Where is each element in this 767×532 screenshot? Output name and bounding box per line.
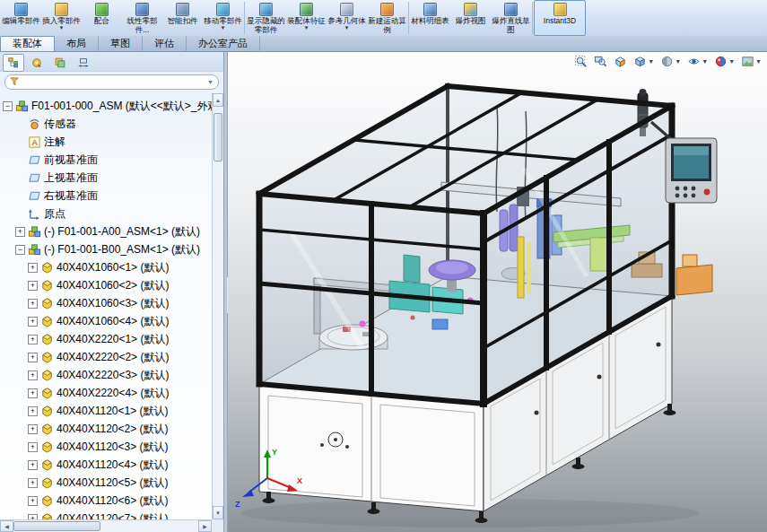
tree-item[interactable]: −F01-001-000_ASM (默认<<默认>_外观 xyxy=(0,97,212,115)
chevron-down-icon[interactable]: ▼ xyxy=(207,79,214,85)
ribbon-button-instant3d[interactable]: Instant3D xyxy=(534,0,586,36)
tree-expander[interactable]: + xyxy=(28,424,38,434)
tree-item[interactable]: A注解 xyxy=(0,133,212,151)
tree-item[interactable]: +40X40X2220<1> (默认) xyxy=(0,330,212,348)
tree-expander[interactable]: + xyxy=(28,281,38,291)
tree-expander[interactable]: + xyxy=(28,299,38,309)
tree-item[interactable]: +40X40X1120<6> (默认) xyxy=(0,492,212,510)
vertical-scroll-thumb[interactable] xyxy=(214,113,222,161)
tree-expander[interactable]: + xyxy=(28,406,38,416)
ribbon-button-assembly-features[interactable]: 装配体特征▼ xyxy=(286,0,327,36)
tree-item[interactable]: 传感器 xyxy=(0,115,212,133)
tree-item[interactable]: 上视基准面 xyxy=(0,169,212,187)
ribbon-button-reference-geometry[interactable]: 参考几何体▼ xyxy=(327,0,367,36)
tree-expander[interactable]: + xyxy=(28,263,38,273)
dropdown-arrow-icon: ▼ xyxy=(59,26,65,31)
featuremanager-tree-tab[interactable] xyxy=(3,54,24,72)
ribbon-separator xyxy=(244,2,245,34)
tree-item[interactable]: +40X40X2220<2> (默认) xyxy=(0,348,212,366)
configurationmanager-tab[interactable] xyxy=(49,54,71,72)
horizontal-scroll-thumb[interactable] xyxy=(13,521,100,531)
tab-office-products[interactable]: 办公室产品 xyxy=(187,36,260,51)
tree-item-label: 40X40X1120<1> (默认) xyxy=(57,404,169,419)
edit-appearance-icon[interactable]: ▼ xyxy=(714,55,735,68)
graphics-area[interactable]: ▼▼▼▼▼ xyxy=(228,52,767,532)
tree-item[interactable]: 右视基准面 xyxy=(0,187,212,205)
tree-expander[interactable]: + xyxy=(28,460,38,470)
tree-expander[interactable]: + xyxy=(28,317,38,327)
tree-item-label: (-) F01-001-B00_ASM<1> (默认) xyxy=(44,242,200,257)
apply-scene-icon[interactable]: ▼ xyxy=(741,55,762,68)
tree-item[interactable]: −(-) F01-001-B00_ASM<1> (默认) xyxy=(0,240,212,258)
tree-item[interactable]: +40X40X1120<1> (默认) xyxy=(0,402,212,420)
tree-expander[interactable]: + xyxy=(28,478,38,488)
ribbon-button-explode-line-sketch[interactable]: 爆炸直线草图 xyxy=(491,0,531,36)
tree-item[interactable]: +40X40X1120<4> (默认) xyxy=(0,456,212,474)
tab-sketch[interactable]: 草图 xyxy=(99,36,143,51)
tree-item[interactable]: +40X40X1060<1> (默认) xyxy=(0,258,212,276)
tree-item[interactable]: +40X40X2220<3> (默认) xyxy=(0,366,212,384)
display-style-icon[interactable]: ▼ xyxy=(660,55,681,68)
ribbon-button-exploded-view[interactable]: 爆炸视图 xyxy=(450,0,491,36)
tree-item[interactable]: +(-) F01-001-A00_ASM<1> (默认) xyxy=(0,222,212,240)
tree-item[interactable]: +40X40X1120<5> (默认) xyxy=(0,474,212,492)
tree-expander[interactable]: − xyxy=(3,101,13,111)
zoom-fit-icon[interactable] xyxy=(574,55,588,68)
hide-show-items-icon[interactable]: ▼ xyxy=(687,55,708,68)
tree-item[interactable]: 前视基准面 xyxy=(0,151,212,169)
tree-item[interactable]: +40X40X1060<2> (默认) xyxy=(0,276,212,294)
tab-assembly[interactable]: 装配体 xyxy=(0,36,55,51)
part-icon xyxy=(40,369,54,382)
view-orientation-icon[interactable]: ▼ xyxy=(633,55,654,68)
tree-vertical-scrollbar[interactable]: ▲ ▼ xyxy=(212,93,223,519)
tree-item-label: 原点 xyxy=(44,206,65,222)
tree-item[interactable]: +40X40X1120<2> (默认) xyxy=(0,420,212,438)
tab-evaluate[interactable]: 评估 xyxy=(143,36,187,51)
outfeed-unit[interactable] xyxy=(676,255,712,295)
tree-item-label: 40X40X1120<3> (默认) xyxy=(57,440,169,455)
ribbon-button-move-component[interactable]: 移动零部件▼ xyxy=(203,0,243,36)
tree-item[interactable]: +40X40X1060<3> (默认) xyxy=(0,294,212,312)
tree-horizontal-scrollbar[interactable]: ◀ ▶ xyxy=(0,519,212,532)
ribbon-button-edit-component[interactable]: 编辑零部件 xyxy=(1,0,41,36)
scroll-left-button[interactable]: ◀ xyxy=(0,520,13,532)
tree-item-label: (-) F01-001-A00_ASM<1> (默认) xyxy=(44,224,200,240)
tree-expander[interactable]: + xyxy=(28,371,38,380)
tree-expander[interactable]: − xyxy=(15,245,25,255)
tree-expander[interactable]: + xyxy=(28,496,38,506)
tree-item-label: 40X40X1060<3> (默认) xyxy=(57,296,169,311)
ribbon-button-linear-component-pattern[interactable]: 线性零部件... xyxy=(122,0,162,36)
ribbon-button-bill-of-materials[interactable]: 材料明细表 xyxy=(410,0,450,36)
annotation-icon: A xyxy=(28,135,41,149)
ribbon-button-insert-components[interactable]: 插入零部件▼ xyxy=(41,0,82,36)
scroll-right-button[interactable]: ▶ xyxy=(198,520,212,532)
tree-expander[interactable]: + xyxy=(15,227,25,237)
tree-item[interactable]: +40X40X1120<3> (默认) xyxy=(0,438,212,456)
ribbon-toolbar: 编辑零部件插入零部件▼配合线性零部件...智能扣件移动零部件▼显示隐藏的零部件装… xyxy=(0,0,767,37)
scroll-down-button[interactable]: ▼ xyxy=(213,506,223,519)
triad-z-label: Z xyxy=(235,500,240,509)
tree-expander[interactable]: + xyxy=(28,335,38,344)
part-icon xyxy=(40,261,54,275)
ribbon-button-smart-fasteners[interactable]: 智能扣件 xyxy=(162,0,203,36)
scroll-up-button[interactable]: ▲ xyxy=(213,93,223,107)
part-icon xyxy=(40,458,54,472)
ribbon-button-show-hidden-components[interactable]: 显示隐藏的零部件 xyxy=(246,0,286,36)
tree-item[interactable]: +40X40X1060<4> (默认) xyxy=(0,312,212,330)
machine-model[interactable] xyxy=(228,52,767,532)
zoom-area-icon[interactable] xyxy=(594,55,607,68)
tree-item[interactable]: +40X40X2220<4> (默认) xyxy=(0,384,212,402)
tab-layout[interactable]: 布局 xyxy=(55,36,99,51)
triad-y-label: Y xyxy=(272,448,277,457)
tree-item[interactable]: +40X40X1120<7> (默认) xyxy=(0,510,212,519)
tree-item[interactable]: 原点 xyxy=(0,205,212,222)
tree-expander[interactable]: + xyxy=(28,388,38,398)
propertymanager-tab[interactable] xyxy=(26,54,48,72)
tree-expander[interactable]: + xyxy=(28,353,38,362)
section-view-icon[interactable] xyxy=(614,55,627,68)
ribbon-button-new-motion-study[interactable]: 新建运动算例 xyxy=(367,0,407,36)
dimxpertmanager-tab[interactable] xyxy=(73,54,94,72)
feature-tree-filter[interactable]: ▼ xyxy=(4,74,219,90)
ribbon-button-mate[interactable]: 配合 xyxy=(82,0,122,36)
tree-expander[interactable]: + xyxy=(28,442,38,452)
